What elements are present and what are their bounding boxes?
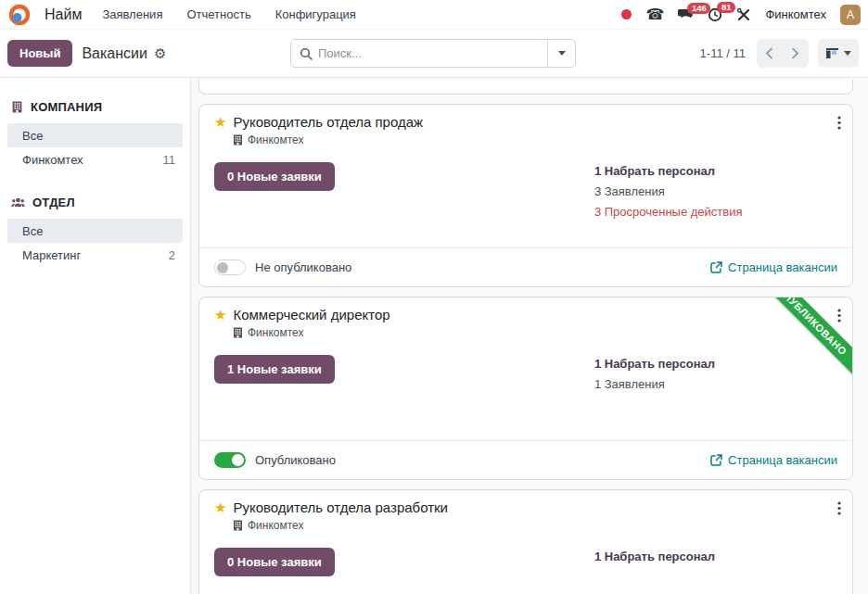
new-applications-button[interactable]: 0 Новые заявки (214, 548, 335, 576)
vacancy-card[interactable]: ★ Руководитель отдела разработки Финкомт… (198, 489, 853, 594)
messages-icon[interactable]: 146 (678, 8, 694, 21)
vacancy-title[interactable]: Коммерческий директор (233, 307, 389, 322)
status-dot-icon[interactable] (621, 9, 632, 19)
vacancy-title[interactable]: Руководитель отдела продаж (233, 114, 423, 130)
sidebar-filter-item[interactable]: Финкомтех 11 (7, 147, 183, 171)
vacancy-company: Финкомтех (233, 519, 837, 532)
vacancy-company: Финкомтех (233, 326, 837, 339)
sidebar-section: КОМПАНИЯ Все Финкомтех 11 (7, 100, 183, 171)
vacancy-card-partial[interactable] (198, 80, 853, 95)
building-icon (233, 134, 243, 145)
vacancy-page-link-label: Страница вакансии (728, 453, 837, 467)
sidebar-filter-item[interactable]: Все (7, 123, 183, 147)
company-label: Финкомтех (248, 519, 304, 532)
menu-applications[interactable]: Заявления (102, 7, 162, 21)
sidebar-filter-item[interactable]: Все (7, 219, 183, 243)
building-icon (11, 101, 23, 113)
menu-configuration[interactable]: Конфигурация (275, 7, 356, 21)
card-footer: Опубликовано Страница вакансии (199, 440, 852, 479)
publish-toggle[interactable] (214, 452, 246, 468)
kanban-board: ★ Руководитель отдела продаж Финкомтех (191, 78, 868, 594)
card-stat[interactable]: 1 Набрать персонал (594, 355, 715, 373)
app-name[interactable]: Найм (45, 6, 82, 23)
sidebar-section-title: КОМПАНИЯ (31, 100, 102, 114)
new-applications-button[interactable]: 0 Новые заявки (214, 162, 335, 191)
search-box (290, 39, 576, 68)
sidebar-item-count: 11 (163, 153, 176, 167)
pager-counter: 1-11 / 11 (700, 46, 746, 60)
pager-previous-button[interactable] (757, 39, 783, 68)
building-icon (233, 327, 243, 338)
search-input[interactable] (313, 46, 547, 60)
vacancy-stats: 1 Набрать персонал1 Заявления (594, 355, 715, 433)
vacancy-title[interactable]: Руководитель отдела разработки (233, 499, 448, 515)
vacancy-page-link[interactable]: Страница вакансии (710, 453, 837, 467)
company-label: Финкомтех (248, 133, 304, 146)
company-switcher[interactable]: Финкомтех (765, 7, 826, 21)
activities-clock-icon[interactable]: 81 (708, 7, 722, 22)
view-switcher-kanban[interactable] (818, 39, 859, 68)
publish-toggle[interactable] (214, 259, 246, 275)
search-icon (300, 47, 313, 60)
sidebar-section-title: ОТДЕЛ (32, 196, 75, 209)
top-navbar: Найм Заявления Отчетность Конфигурация ☎… (0, 0, 868, 30)
new-applications-button[interactable]: 1 Новые заявки (214, 355, 335, 384)
card-stat[interactable]: 1 Набрать персонал (594, 162, 743, 181)
tools-icon[interactable] (736, 7, 751, 22)
favorite-star-icon[interactable]: ★ (214, 115, 226, 129)
card-stat[interactable]: 1 Заявления (594, 375, 715, 394)
activities-badge: 81 (717, 2, 735, 14)
company-label: Финкомтех (248, 326, 304, 339)
app-logo-icon[interactable] (7, 3, 32, 27)
breadcrumb[interactable]: Вакансии (82, 45, 147, 62)
kanban-view-icon (825, 47, 839, 59)
menu-reporting[interactable]: Отчетность (186, 7, 250, 21)
search-dropdown-toggle[interactable] (547, 40, 575, 67)
kebab-menu-icon[interactable] (837, 501, 841, 515)
building-icon (233, 520, 243, 531)
kebab-menu-icon[interactable] (837, 309, 841, 322)
publish-status-label: Не опубликовано (255, 260, 351, 274)
kebab-menu-icon[interactable] (837, 116, 841, 130)
new-button[interactable]: Новый (7, 40, 72, 67)
card-stat[interactable]: 3 Заявления (594, 183, 743, 201)
sidebar-filter-item[interactable]: Маркетинг 2 (7, 243, 183, 267)
voip-phone-icon[interactable]: ☎ (645, 7, 664, 22)
external-link-icon (710, 261, 722, 273)
vacancy-company: Финкомтех (233, 133, 837, 146)
main-area: КОМПАНИЯ Все Финкомтех 11 ОТДЕЛ Все Марк… (0, 78, 868, 594)
systray: ☎ 146 81 Финкомтех A (621, 5, 861, 25)
sidebar-item-label: Все (22, 224, 43, 238)
pager-buttons (757, 39, 809, 68)
vacancy-stats: 1 Набрать персонал (594, 548, 715, 594)
pager-next-button[interactable] (783, 39, 809, 68)
sidebar-section: ОТДЕЛ Все Маркетинг 2 (7, 196, 183, 267)
vacancy-card[interactable]: ★ Руководитель отдела продаж Финкомтех (198, 104, 853, 287)
user-avatar[interactable]: A (840, 5, 861, 25)
sidebar-item-label: Финкомтех (22, 153, 83, 167)
control-panel: Новый Вакансии ⚙ 1-11 / 11 (0, 30, 868, 78)
chevron-down-icon (844, 51, 851, 56)
favorite-star-icon[interactable]: ★ (214, 500, 226, 514)
sidebar-section-header: КОМПАНИЯ (7, 100, 183, 114)
card-stat[interactable]: 1 Набрать персонал (594, 548, 715, 566)
vacancy-card[interactable]: ОПУБЛИКОВАНО ★ Коммерческий директор (198, 297, 853, 480)
action-gear-icon[interactable]: ⚙ (154, 45, 166, 62)
favorite-star-icon[interactable]: ★ (214, 308, 226, 322)
external-link-icon (710, 454, 722, 466)
filters-sidebar: КОМПАНИЯ Все Финкомтех 11 ОТДЕЛ Все Марк… (0, 78, 191, 594)
vacancy-page-link-label: Страница вакансии (728, 260, 837, 274)
vacancy-stats: 1 Набрать персонал3 Заявления3 Просрочен… (594, 162, 743, 240)
sidebar-item-label: Маркетинг (22, 248, 81, 262)
sidebar-section-header: ОТДЕЛ (7, 196, 183, 209)
vacancy-page-link[interactable]: Страница вакансии (710, 260, 837, 274)
sidebar-item-count: 2 (169, 248, 175, 262)
users-icon (11, 196, 25, 209)
card-footer: Не опубликовано Страница вакансии (199, 247, 852, 286)
publish-status-label: Опубликовано (255, 453, 336, 467)
sidebar-item-label: Все (22, 129, 43, 143)
card-stat[interactable]: 3 Просроченные действия (594, 203, 743, 221)
